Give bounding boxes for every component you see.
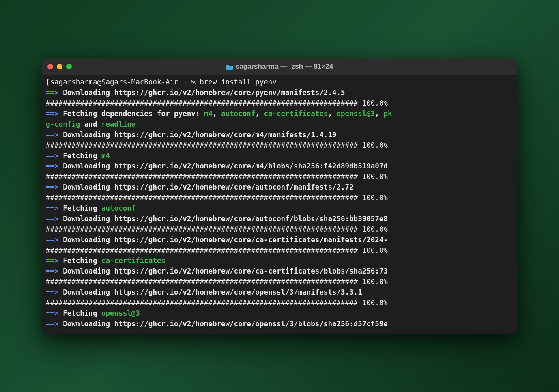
arrow-icon: ==>	[46, 152, 59, 160]
dependency-name: readline	[101, 120, 135, 128]
arrow-icon: ==>	[46, 215, 59, 223]
terminal-line: g-config and readline	[46, 119, 513, 130]
arrow-icon: ==>	[46, 309, 59, 317]
terminal-line: ==> Downloading https://ghcr.io/v2/homeb…	[46, 130, 513, 140]
arrow-icon: ==>	[46, 183, 59, 191]
terminal-line: [sagarsharma@Sagars-MacBook-Air ~ % brew…	[46, 77, 513, 88]
progress-bar: ########################################…	[46, 225, 388, 233]
arrow-icon: ==>	[46, 236, 59, 244]
arrow-icon: ==>	[46, 162, 59, 170]
terminal-line: ########################################…	[46, 193, 513, 203]
dependency-name: autoconf	[101, 204, 135, 212]
titlebar[interactable]: sagarsharma — -zsh — 81×24	[42, 58, 517, 75]
terminal-line: ==> Downloading https://ghcr.io/v2/homeb…	[46, 319, 513, 330]
terminal-line: ########################################…	[46, 246, 513, 256]
dependency-name: ca-certificates	[101, 256, 166, 265]
minimize-icon[interactable]	[57, 64, 62, 69]
arrow-icon: ==>	[46, 131, 59, 139]
terminal-line: ########################################…	[46, 224, 513, 235]
progress-bar: ########################################…	[46, 194, 388, 202]
arrow-icon: ==>	[46, 110, 59, 118]
arrow-icon: ==>	[46, 256, 59, 265]
window-title: sagarsharma — -zsh — 81×24	[42, 62, 517, 71]
terminal-line: ==> Downloading https://ghcr.io/v2/homeb…	[46, 266, 513, 277]
terminal-line: ########################################…	[46, 140, 513, 151]
terminal-line: ==> Fetching openssl@3	[46, 308, 513, 319]
dependency-name: pk	[383, 110, 392, 118]
dependency-name: g-config	[46, 120, 80, 128]
dependency-name: openssl@3	[101, 309, 140, 317]
terminal-line: ==> Downloading https://ghcr.io/v2/homeb…	[46, 235, 513, 246]
terminal-line: ==> Fetching m4	[46, 151, 513, 162]
zoom-icon[interactable]	[66, 64, 72, 69]
dependency-name: ca-certificates	[264, 110, 328, 118]
terminal-line: ==> Downloading https://ghcr.io/v2/homeb…	[46, 161, 513, 172]
arrow-icon: ==>	[46, 320, 59, 328]
shell-command: brew install pyenv	[200, 78, 277, 86]
terminal-line: ==> Downloading https://ghcr.io/v2/homeb…	[46, 214, 513, 224]
arrow-icon: ==>	[46, 204, 59, 212]
dependency-name: m4	[204, 110, 213, 118]
window-title-text: sagarsharma — -zsh — 81×24	[236, 62, 333, 71]
dependency-name: m4	[101, 152, 110, 160]
terminal-line: ########################################…	[46, 172, 513, 182]
terminal-line: ########################################…	[46, 98, 513, 109]
close-icon[interactable]	[47, 64, 53, 69]
traffic-lights	[47, 64, 72, 69]
progress-bar: ########################################…	[46, 278, 388, 286]
terminal-line: ########################################…	[46, 277, 513, 287]
terminal-line: ########################################…	[46, 298, 513, 308]
terminal-line: ==> Fetching dependencies for pyenv: m4,…	[46, 109, 513, 119]
terminal-line: ==> Fetching autoconf	[46, 203, 513, 214]
folder-icon	[226, 64, 233, 69]
terminal-line: ==> Downloading https://ghcr.io/v2/homeb…	[46, 287, 513, 298]
progress-bar: ########################################…	[46, 99, 388, 107]
progress-bar: ########################################…	[46, 246, 388, 254]
terminal-line: ==> Downloading https://ghcr.io/v2/homeb…	[46, 88, 513, 98]
terminal-window: sagarsharma — -zsh — 81×24 [sagarsharma@…	[42, 58, 517, 333]
terminal-output[interactable]: [sagarsharma@Sagars-MacBook-Air ~ % brew…	[42, 75, 517, 333]
progress-bar: ########################################…	[46, 299, 388, 307]
terminal-line: ==> Downloading https://ghcr.io/v2/homeb…	[46, 182, 513, 193]
arrow-icon: ==>	[46, 267, 59, 275]
progress-bar: ########################################…	[46, 141, 388, 149]
arrow-icon: ==>	[46, 288, 59, 296]
dependency-name: autoconf	[221, 110, 255, 118]
terminal-line: ==> Fetching ca-certificates	[46, 256, 513, 266]
dependency-name: openssl@3	[337, 110, 375, 118]
progress-bar: ########################################…	[46, 172, 388, 181]
arrow-icon: ==>	[46, 88, 59, 97]
shell-prompt: [sagarsharma@Sagars-MacBook-Air ~ %	[46, 78, 200, 86]
